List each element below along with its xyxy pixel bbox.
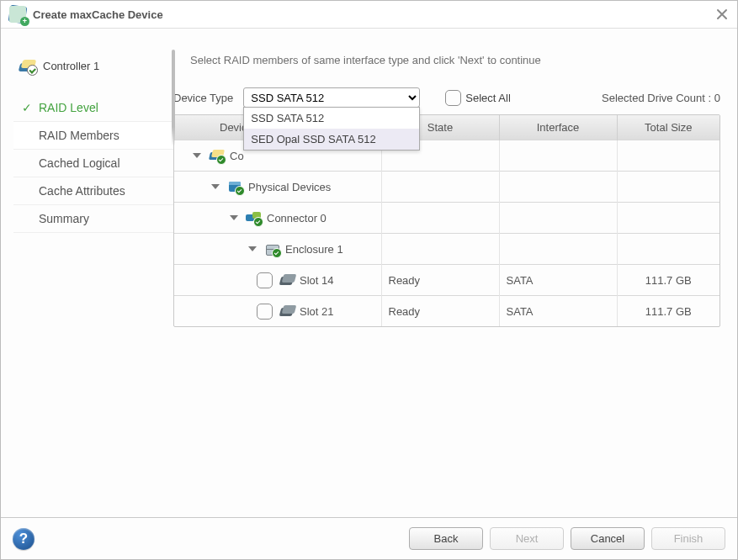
wizard-step-raid-members[interactable]: ✓RAID Members	[13, 122, 173, 150]
sidebar-divider	[172, 50, 175, 146]
drive-icon	[278, 304, 295, 319]
device-type-label: Device Type	[173, 92, 233, 104]
toolbar: Device Type SSD SATA 512 SSD SATA 512SED…	[173, 87, 720, 114]
close-icon[interactable]	[715, 8, 729, 21]
dialog-title: Create maxCache Device	[33, 8, 715, 21]
dialog-body: Controller 1 ✓RAID Level✓RAID Members✓Ca…	[1, 29, 737, 517]
node-label: Connector 0	[267, 212, 327, 225]
drive-checkbox[interactable]	[257, 304, 273, 320]
select-all-label: Select All	[465, 92, 510, 104]
node-label: Physical Devices	[248, 181, 331, 193]
wizard-step-cache-attributes[interactable]: ✓Cache Attributes	[13, 177, 173, 205]
select-all-checkbox[interactable]: Select All	[445, 90, 510, 106]
device-type-option[interactable]: SED Opal SSD SATA 512	[244, 129, 419, 150]
controller-icon	[208, 148, 225, 163]
device-type-option[interactable]: SSD SATA 512	[244, 108, 419, 129]
footer: ? Back Next Cancel Finish	[1, 517, 737, 559]
caret-down-icon[interactable]	[230, 215, 238, 220]
finish-button[interactable]: Finish	[651, 527, 725, 550]
col-totalsize[interactable]: Total Size	[617, 115, 719, 140]
check-icon: ✓	[22, 101, 34, 114]
device-type-dropdown: SSD SATA 512SED Opal SSD SATA 512	[243, 107, 420, 151]
node-label: Enclosure 1	[285, 243, 343, 256]
app-icon: +	[9, 6, 26, 23]
wizard-step-raid-level[interactable]: ✓RAID Level	[13, 94, 173, 122]
drive-icon	[278, 272, 295, 288]
wizard-steps: ✓RAID Level✓RAID Members✓Cached Logical✓…	[13, 94, 173, 233]
controller-icon	[18, 58, 36, 73]
drive-label: Slot 14	[300, 274, 333, 287]
drive-label: Slot 21	[300, 305, 333, 318]
table-row: Connector 0	[174, 203, 719, 234]
controller-label: Controller 1	[43, 60, 99, 72]
main-panel: Select RAID members of same interface ty…	[173, 45, 720, 517]
caret-down-icon[interactable]	[211, 184, 220, 189]
table-row: Enclosure 1	[174, 234, 719, 265]
cancel-button[interactable]: Cancel	[571, 527, 645, 550]
selected-drive-count: Selected Drive Count : 0	[602, 92, 720, 104]
title-bar: + Create maxCache Device	[1, 1, 737, 29]
help-icon[interactable]: ?	[13, 528, 35, 550]
physical-devices-icon	[226, 179, 243, 194]
wizard-step-cached-logical[interactable]: ✓Cached Logical	[13, 150, 173, 177]
caret-down-icon[interactable]	[248, 246, 257, 251]
caret-down-icon[interactable]	[193, 153, 201, 158]
drive-checkbox[interactable]	[257, 272, 273, 288]
instruction-text: Select RAID members of same interface ty…	[173, 45, 720, 87]
device-type-select[interactable]: SSD SATA 512	[243, 87, 420, 108]
sidebar-controller: Controller 1	[13, 45, 173, 94]
next-button[interactable]: Next	[490, 527, 564, 550]
enclosure-icon	[263, 241, 280, 256]
device-type-select-wrap: SSD SATA 512 SSD SATA 512SED Opal SSD SA…	[243, 87, 420, 108]
back-button[interactable]: Back	[409, 527, 483, 550]
connector-icon	[245, 210, 262, 225]
wizard-step-summary[interactable]: ✓Summary	[13, 205, 173, 233]
wizard-sidebar: Controller 1 ✓RAID Level✓RAID Members✓Ca…	[1, 45, 173, 517]
table-row[interactable]: Slot 14ReadySATA111.7 GB	[174, 265, 719, 296]
checkbox-icon	[445, 90, 461, 106]
node-label: Co	[230, 150, 244, 162]
table-row: Physical Devices	[174, 172, 719, 203]
dialog-window: + Create maxCache Device Controller 1 ✓R…	[0, 0, 738, 560]
table-row[interactable]: Slot 21ReadySATA111.7 GB	[174, 296, 719, 327]
col-interface[interactable]: Interface	[499, 115, 617, 140]
